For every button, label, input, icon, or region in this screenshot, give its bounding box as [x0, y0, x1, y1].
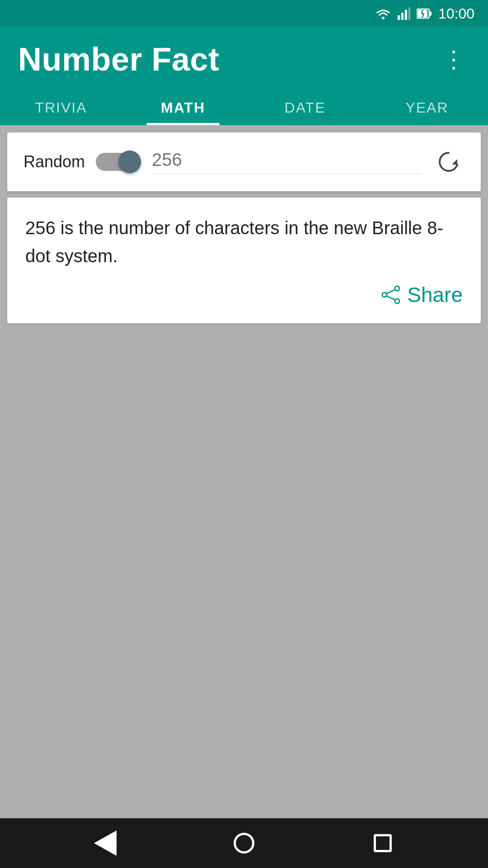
svg-point-13 [382, 292, 387, 297]
tab-trivia[interactable]: TRIVIA [0, 87, 122, 125]
app-title: Number Fact [18, 41, 220, 78]
svg-rect-6 [430, 11, 432, 16]
fact-card: 256 is the number of characters in the n… [7, 198, 481, 323]
tab-year[interactable]: YEAR [366, 87, 488, 125]
status-bar: 10:00 [0, 0, 488, 27]
tab-date[interactable]: DATE [244, 87, 366, 125]
share-label: Share [407, 283, 463, 307]
svg-rect-1 [398, 15, 400, 20]
home-icon [234, 833, 254, 854]
svg-point-14 [395, 299, 399, 303]
refresh-button[interactable] [433, 146, 465, 178]
svg-rect-3 [405, 10, 407, 20]
svg-rect-2 [401, 13, 404, 20]
random-label: Random [23, 152, 85, 171]
svg-rect-4 [408, 7, 410, 20]
nav-home-button[interactable] [228, 827, 260, 859]
nav-back-button[interactable] [89, 827, 121, 859]
input-card: Random [7, 132, 481, 191]
tabs-bar: TRIVIA MATH DATE YEAR [0, 87, 488, 125]
battery-icon [417, 7, 432, 20]
number-input[interactable] [152, 150, 422, 174]
toggle-thumb [118, 151, 141, 173]
svg-point-0 [382, 17, 385, 19]
svg-line-15 [387, 290, 395, 293]
random-toggle[interactable] [96, 151, 141, 173]
status-icons: 10:00 [375, 5, 474, 22]
content-area: Random 256 is the number of characters i… [0, 125, 488, 818]
svg-point-12 [395, 286, 399, 291]
fact-text: 256 is the number of characters in the n… [25, 214, 463, 270]
signal-icon [398, 7, 410, 20]
nav-recent-button[interactable] [367, 827, 399, 859]
share-icon [381, 285, 401, 305]
nav-bar [0, 818, 488, 868]
status-time: 10:00 [438, 5, 474, 22]
share-button[interactable]: Share [25, 283, 463, 307]
back-icon [94, 830, 117, 856]
tab-math[interactable]: MATH [122, 87, 244, 125]
svg-line-16 [387, 296, 395, 300]
wifi-icon [375, 7, 391, 20]
more-options-button[interactable]: ⋮ [437, 41, 470, 77]
recent-icon [374, 834, 392, 852]
svg-marker-11 [452, 159, 457, 165]
app-bar: Number Fact ⋮ [0, 27, 488, 87]
